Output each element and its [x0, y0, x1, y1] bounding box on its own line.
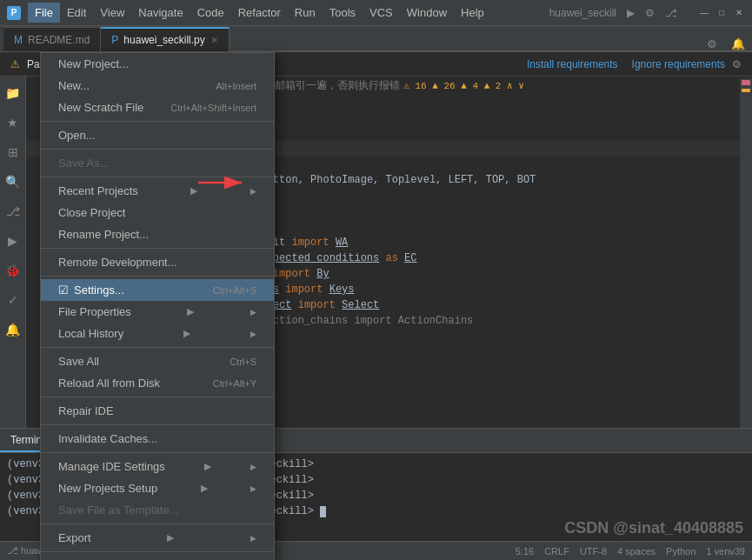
- menu-vcs[interactable]: VCS: [363, 3, 400, 23]
- menu-save-all[interactable]: Save All Ctrl+S: [41, 350, 274, 372]
- recent-projects-arrow: ▶: [190, 185, 197, 197]
- menu-manage-ide[interactable]: Manage IDE Settings ▶: [41, 456, 274, 477]
- menu-rename-project[interactable]: Rename Project...: [41, 223, 274, 245]
- sep-4: [41, 248, 274, 249]
- manage-ide-arrow: ▶: [204, 461, 211, 472]
- close-button[interactable]: ✕: [733, 7, 745, 19]
- dropdown-overlay[interactable]: New Project... New... Alt+Insert New Scr…: [0, 26, 752, 560]
- menu-bar: File Edit View Navigate Code Refactor Ru…: [28, 3, 491, 23]
- sep-11: [41, 551, 274, 552]
- window-controls: — □ ✕: [698, 7, 745, 19]
- menu-code[interactable]: Code: [190, 3, 231, 23]
- title-bar-right: huawei_seckill ▶ ⚙ ⎇ — □ ✕: [549, 7, 745, 19]
- sep-1: [41, 121, 274, 122]
- sep-9: [41, 452, 274, 453]
- menu-save-as: Save As...: [41, 152, 274, 174]
- menu-local-history[interactable]: Local History ▶: [41, 323, 274, 344]
- sep-10: [41, 523, 274, 524]
- debug-icon[interactable]: ⚙: [645, 7, 655, 19]
- settings-checkbox-icon: ☑: [58, 283, 74, 297]
- export-arrow: ▶: [167, 532, 174, 543]
- menu-save-template: Save File as Template...: [41, 499, 274, 521]
- file-dropdown-menu: New Project... New... Alt+Insert New Scr…: [40, 52, 275, 560]
- new-projects-arrow: ▶: [201, 483, 208, 494]
- local-history-arrow: ▶: [183, 328, 190, 339]
- menu-new[interactable]: New... Alt+Insert: [41, 75, 274, 97]
- sep-6: [41, 347, 274, 348]
- menu-new-projects-setup[interactable]: New Projects Setup ▶: [41, 477, 274, 499]
- app-container: P File Edit View Navigate Code Refactor …: [0, 0, 752, 560]
- menu-invalidate[interactable]: Invalidate Caches...: [41, 428, 274, 450]
- menu-repair[interactable]: Repair IDE: [41, 400, 274, 422]
- title-bar: P File Edit View Navigate Code Refactor …: [0, 0, 752, 26]
- sep-3: [41, 177, 274, 177]
- maximize-button[interactable]: □: [715, 7, 728, 19]
- menu-settings[interactable]: ☑Settings... Ctrl+Alt+S: [41, 279, 274, 301]
- menu-recent-projects[interactable]: Recent Projects ▶: [41, 180, 274, 202]
- sep-2: [41, 149, 274, 150]
- menu-window[interactable]: Window: [400, 3, 454, 23]
- menu-edit[interactable]: Edit: [60, 3, 93, 23]
- menu-navigate[interactable]: Navigate: [131, 3, 190, 23]
- menu-tools[interactable]: Tools: [323, 3, 363, 23]
- menu-remote-dev[interactable]: Remote Development...: [41, 251, 274, 273]
- menu-new-scratch[interactable]: New Scratch File Ctrl+Alt+Shift+Insert: [41, 97, 274, 118]
- sep-5: [41, 276, 274, 277]
- sep-8: [41, 424, 274, 425]
- menu-reload[interactable]: Reload All from Disk Ctrl+Alt+Y: [41, 372, 274, 394]
- menu-open[interactable]: Open...: [41, 124, 274, 146]
- minimize-button[interactable]: —: [698, 7, 710, 19]
- menu-file-props[interactable]: File Properties ▶: [41, 301, 274, 323]
- vcs-icon[interactable]: ⎇: [665, 7, 677, 19]
- app-icon: P: [7, 6, 21, 20]
- menu-close-project[interactable]: Close Project: [41, 202, 274, 223]
- menu-print: 🖨Print...: [41, 555, 274, 560]
- menu-file[interactable]: File: [28, 3, 60, 23]
- run-icon[interactable]: ▶: [627, 7, 635, 19]
- file-props-arrow: ▶: [187, 306, 194, 317]
- project-title: huawei_seckill: [549, 7, 616, 19]
- menu-view[interactable]: View: [93, 3, 131, 23]
- menu-help[interactable]: Help: [454, 3, 491, 23]
- menu-new-project[interactable]: New Project...: [41, 53, 274, 75]
- sep-7: [41, 397, 274, 397]
- menu-refactor[interactable]: Refactor: [231, 3, 288, 23]
- menu-run[interactable]: Run: [288, 3, 323, 23]
- menu-export[interactable]: Export ▶: [41, 527, 274, 549]
